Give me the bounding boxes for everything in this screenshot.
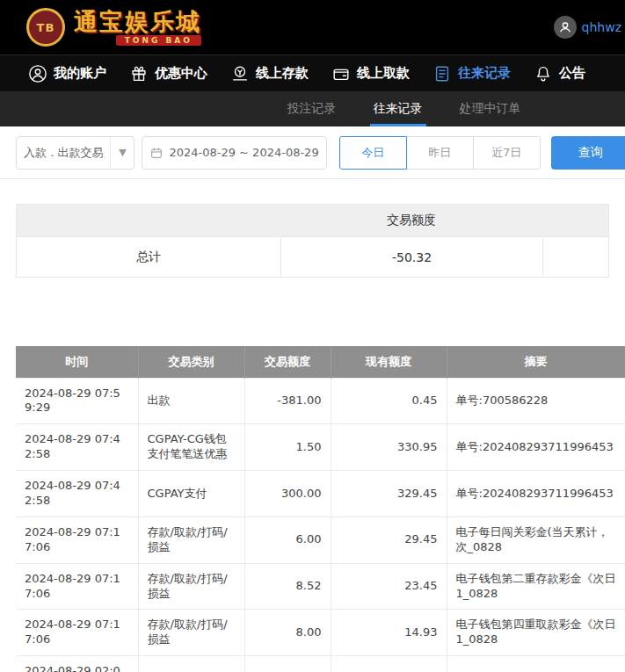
bell-icon	[534, 64, 553, 83]
summary-card: 交易额度 总计 -50.32	[16, 204, 609, 278]
cell-type: 存款/取款/打码/损益	[138, 517, 244, 563]
table-row: 2024-08-29 07:42:58CGPAY-CG钱包支付笔笔送优惠1.50…	[16, 424, 625, 471]
sub-navigation: 投注记录 往来记录 处理中订单	[0, 91, 625, 126]
cell-type: CGPAY-CG钱包支付笔笔送优惠	[138, 424, 244, 471]
tab-bet-records[interactable]: 投注记录	[284, 91, 340, 126]
column-header: 交易额度	[244, 346, 331, 378]
cell-time: 2024-08-29 07:42:58	[16, 424, 138, 471]
cell-time: 2024-08-29 07:17:06	[16, 517, 138, 563]
logo-badge-icon: TB	[26, 8, 65, 47]
nav-item-my-account[interactable]: 我的账户	[28, 64, 106, 83]
nav-label: 公告	[559, 65, 585, 82]
logo-text: 通宝娱乐城 TONG BAO	[74, 10, 201, 46]
cell-memo: 系统派发_2024-08-28	[447, 656, 625, 672]
cell-time: 2024-08-29 07:42:58	[16, 471, 138, 517]
logo-ribbon: TONG BAO	[116, 35, 201, 46]
summary-total-value: -50.32	[280, 236, 542, 277]
nav-label: 我的账户	[54, 65, 106, 82]
cell-amount: 8.52	[244, 563, 331, 610]
cell-type: 存款/取款/打码/损益	[138, 610, 244, 656]
column-header: 现有额度	[331, 346, 447, 378]
cell-amount: 8.00	[244, 610, 331, 656]
table-row: 2024-08-29 07:17:06存款/取款/打码/损益8.5223.45电…	[16, 563, 625, 610]
cell-balance: 14.93	[331, 610, 447, 656]
nav-label: 优惠中心	[155, 65, 207, 82]
gift-icon	[129, 64, 149, 83]
tab-processing-orders[interactable]: 处理中订单	[456, 91, 525, 126]
calendar-icon	[149, 146, 164, 160]
last7days-button[interactable]: 近7日	[473, 136, 541, 170]
summary-header-title: 交易额度	[280, 213, 542, 228]
cell-time: 2024-08-29 07:17:06	[16, 610, 138, 656]
nav-item-promotions[interactable]: 优惠中心	[129, 64, 207, 83]
deposit-icon	[230, 64, 250, 83]
records-table-body: 2024-08-29 07:59:29出款-381.000.45单号:70058…	[16, 378, 625, 672]
search-button[interactable]: 查询	[551, 136, 625, 170]
cell-balance: 23.45	[331, 563, 447, 610]
cell-memo: 电子钱包第四重取款彩金《次日1_0828	[447, 610, 625, 656]
nav-item-records[interactable]: 往来记录	[432, 64, 511, 83]
cell-balance: 6.93	[331, 656, 447, 672]
cell-time: 2024-08-29 02:07:34	[16, 656, 138, 672]
nav-item-notice[interactable]: 公告	[534, 64, 585, 83]
username-link[interactable]: qhhwz	[582, 20, 621, 34]
nav-label: 往来记录	[458, 65, 511, 82]
yesterday-button[interactable]: 昨日	[406, 136, 474, 170]
cell-time: 2024-08-29 07:17:06	[16, 563, 138, 610]
nav-item-withdraw[interactable]: 线上取款	[331, 64, 410, 83]
user-icon	[28, 64, 47, 83]
withdraw-icon	[331, 64, 351, 83]
cell-memo: 单号:202408293711996453	[447, 424, 625, 471]
cell-type: 出款	[138, 378, 244, 424]
main-navigation: 我的账户 优惠中心 线上存款 线上取款 往来记录 公告	[0, 54, 625, 91]
column-header: 交易类别	[138, 346, 244, 378]
summary-total-label: 总计	[17, 236, 280, 277]
date-range-input[interactable]: 2024-08-29 ~ 2024-08-29	[142, 136, 326, 170]
cell-amount: -381.00	[244, 378, 331, 424]
cell-balance: 329.45	[331, 471, 447, 517]
select-value: 入款 . 出款交易	[17, 145, 110, 161]
nav-label: 线上取款	[357, 65, 410, 82]
records-icon	[432, 64, 452, 83]
user-box: qhhwz	[554, 0, 621, 54]
cell-amount: 1.68	[244, 656, 331, 672]
cell-memo: 电子钱包第二重存款彩金《次日1_0828	[447, 563, 625, 610]
today-button[interactable]: 今日	[339, 136, 407, 170]
cell-type: 存款/取款/打码/损益	[138, 563, 244, 610]
table-row: 2024-08-29 07:42:58CGPAY支付300.00329.45单号…	[16, 471, 625, 517]
cell-memo: 单号:700586228	[447, 378, 625, 424]
table-row: 2024-08-29 07:59:29出款-381.000.45单号:70058…	[16, 378, 625, 424]
cell-amount: 1.50	[244, 424, 331, 471]
cell-memo: 单号:202408293711996453	[447, 471, 625, 517]
cell-type: PG老虎机返点	[138, 656, 244, 672]
column-header: 时间	[16, 346, 138, 378]
tab-transaction-records[interactable]: 往来记录	[370, 91, 426, 126]
site-logo[interactable]: TB 通宝娱乐城 TONG BAO	[26, 8, 201, 47]
records-table-head-row: 时间交易类别交易额度现有额度摘要	[16, 346, 625, 378]
filter-bar: 入款 . 出款交易 ▼ 2024-08-29 ~ 2024-08-29 今日 昨…	[0, 126, 625, 179]
table-row: 2024-08-29 02:07:34PG老虎机返点1.686.93系统派发_2…	[16, 656, 625, 672]
column-header: 摘要	[447, 346, 625, 378]
cell-balance: 0.45	[331, 378, 447, 424]
logo-title: 通宝娱乐城	[74, 10, 201, 33]
cell-type: CGPAY支付	[138, 471, 244, 517]
nav-label: 线上存款	[256, 65, 309, 82]
cell-balance: 29.45	[331, 517, 447, 563]
cell-balance: 330.95	[331, 424, 447, 471]
transaction-type-select[interactable]: 入款 . 出款交易 ▼	[16, 136, 134, 170]
date-range-value: 2024-08-29 ~ 2024-08-29	[169, 146, 318, 159]
cell-amount: 300.00	[244, 471, 331, 517]
summary-empty-cell	[542, 236, 610, 277]
summary-total-row: 总计 -50.32	[17, 236, 608, 277]
cell-time: 2024-08-29 07:59:29	[16, 378, 138, 424]
table-row: 2024-08-29 07:17:06存款/取款/打码/损益8.0014.93电…	[16, 610, 625, 656]
summary-header: 交易额度	[17, 205, 608, 236]
records-section: 时间交易类别交易额度现有额度摘要 2024-08-29 07:59:29出款-3…	[16, 346, 625, 672]
user-avatar-icon	[554, 16, 577, 39]
chevron-down-icon: ▼	[111, 147, 134, 158]
nav-item-deposit[interactable]: 线上存款	[230, 64, 309, 83]
cell-amount: 6.00	[244, 517, 331, 563]
table-row: 2024-08-29 07:17:06存款/取款/打码/损益6.0029.45电…	[16, 517, 625, 563]
top-header: TB 通宝娱乐城 TONG BAO qhhwz	[0, 0, 625, 54]
quick-range-group: 今日 昨日 近7日	[339, 136, 541, 170]
